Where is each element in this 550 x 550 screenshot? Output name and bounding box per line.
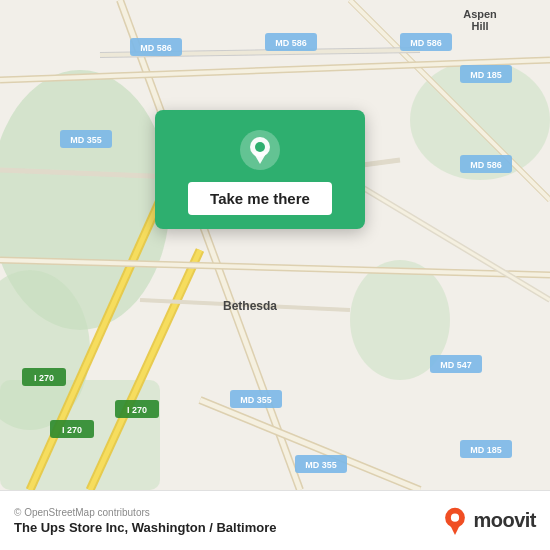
svg-text:MD 355: MD 355	[305, 460, 337, 470]
moovit-label: moovit	[473, 509, 536, 532]
svg-point-59	[255, 142, 265, 152]
osm-credit: © OpenStreetMap contributors	[14, 507, 276, 518]
svg-text:MD 586: MD 586	[470, 160, 502, 170]
moovit-pin-icon	[441, 507, 469, 535]
map-container: MD 586 MD 586 MD 586 MD 586 MD 185 MD 18…	[0, 0, 550, 490]
svg-text:MD 586: MD 586	[410, 38, 442, 48]
svg-text:I 270: I 270	[127, 405, 147, 415]
location-pin-icon	[238, 128, 282, 172]
svg-marker-63	[450, 525, 460, 535]
svg-text:MD 185: MD 185	[470, 70, 502, 80]
svg-text:I 270: I 270	[34, 373, 54, 383]
svg-text:I 270: I 270	[62, 425, 82, 435]
svg-text:MD 586: MD 586	[140, 43, 172, 53]
svg-text:MD 547: MD 547	[440, 360, 472, 370]
svg-point-62	[451, 513, 459, 521]
map-svg: MD 586 MD 586 MD 586 MD 586 MD 185 MD 18…	[0, 0, 550, 490]
take-me-there-button[interactable]: Take me there	[188, 182, 332, 215]
store-name: The Ups Store Inc, Washington / Baltimor…	[14, 520, 276, 535]
svg-text:Bethesda: Bethesda	[223, 299, 277, 313]
svg-text:MD 355: MD 355	[70, 135, 102, 145]
svg-text:Aspen: Aspen	[463, 8, 497, 20]
bottom-left-info: © OpenStreetMap contributors The Ups Sto…	[14, 507, 276, 535]
svg-text:MD 355: MD 355	[240, 395, 272, 405]
svg-text:MD 185: MD 185	[470, 445, 502, 455]
svg-text:MD 586: MD 586	[275, 38, 307, 48]
bottom-bar: © OpenStreetMap contributors The Ups Sto…	[0, 490, 550, 550]
location-card: Take me there	[155, 110, 365, 229]
moovit-logo: moovit	[441, 507, 536, 535]
svg-text:Hill: Hill	[471, 20, 488, 32]
